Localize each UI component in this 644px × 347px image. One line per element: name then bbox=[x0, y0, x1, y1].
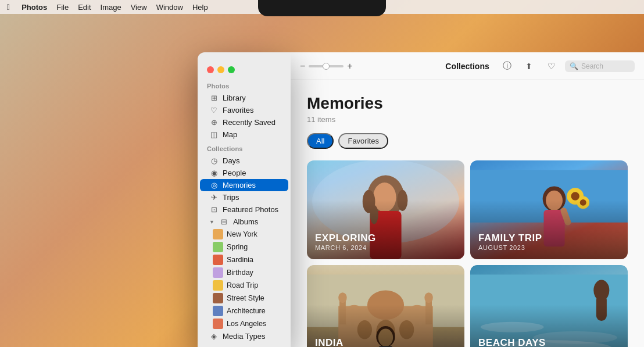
toolbar-title: Collections bbox=[445, 62, 489, 71]
recently-saved-icon: ⊕ bbox=[209, 118, 219, 127]
sidebar-item-album-birthday[interactable]: Birthday bbox=[200, 266, 288, 279]
share-button[interactable]: ⬆ bbox=[521, 58, 537, 74]
card-date-family-trip: August 2023 bbox=[478, 244, 542, 251]
sidebar-item-people[interactable]: ◉ People bbox=[200, 167, 288, 179]
album-label: New York bbox=[227, 230, 257, 238]
window-content: − + Collections ⓘ ⬆ ♡ 🔍 Search Memories bbox=[291, 52, 644, 347]
sidebar-item-map[interactable]: ◫ Map bbox=[200, 128, 288, 141]
favorites-icon: ♡ bbox=[209, 106, 219, 115]
favorites-label: Favorites bbox=[223, 106, 253, 115]
library-label: Library bbox=[223, 94, 246, 102]
days-icon: ◷ bbox=[209, 156, 219, 165]
card-title-india: India bbox=[315, 337, 372, 347]
albums-label: Albums bbox=[233, 217, 258, 226]
album-label: Sardinia bbox=[227, 256, 253, 264]
album-thumb bbox=[213, 242, 223, 252]
sidebar-item-library[interactable]: ⊞ Library bbox=[200, 92, 288, 104]
window-controls bbox=[198, 59, 291, 78]
zoom-slider-thumb bbox=[323, 63, 330, 70]
memory-card-exploring[interactable]: Exploring March 6, 2024 bbox=[307, 160, 464, 259]
sidebar-item-album-spring[interactable]: Spring bbox=[200, 241, 288, 253]
card-title-beach-days: Beach Days bbox=[478, 337, 546, 347]
card-label-family-trip: Family Trip August 2023 bbox=[478, 232, 542, 251]
sidebar-item-trips[interactable]: ✈ Trips bbox=[200, 191, 288, 203]
sidebar-item-album-los-angeles[interactable]: Los Angeles bbox=[200, 317, 288, 330]
album-thumb bbox=[213, 255, 223, 265]
album-thumb bbox=[213, 293, 223, 303]
menu-app-name[interactable]: Photos bbox=[22, 3, 47, 12]
sidebar: Photos ⊞ Library ♡ Favorites ⊕ Recently … bbox=[198, 52, 291, 347]
sidebar-item-album-sardinia[interactable]: Sardinia bbox=[200, 253, 288, 266]
recently-saved-label: Recently Saved bbox=[223, 118, 276, 127]
card-title-family-trip: Family Trip bbox=[478, 232, 542, 244]
menu-file[interactable]: File bbox=[56, 3, 69, 12]
collections-section-label: Collections bbox=[198, 141, 291, 155]
library-icon: ⊞ bbox=[209, 94, 219, 102]
albums-disclosure-icon: ▼ bbox=[209, 219, 214, 225]
card-overlay-beach-days bbox=[470, 265, 628, 347]
photos-section-label: Photos bbox=[198, 78, 291, 92]
card-label-india: India December 2023 bbox=[315, 337, 372, 347]
search-placeholder: Search bbox=[581, 62, 603, 70]
close-button[interactable] bbox=[207, 66, 214, 73]
trips-icon: ✈ bbox=[209, 193, 219, 202]
menu-window[interactable]: Window bbox=[156, 3, 183, 12]
memory-card-family-trip[interactable]: Family Trip August 2023 bbox=[470, 160, 628, 259]
search-box[interactable]: 🔍 Search bbox=[565, 60, 635, 72]
memory-card-india[interactable]: India December 2023 bbox=[307, 265, 464, 347]
info-button[interactable]: ⓘ bbox=[499, 58, 515, 74]
album-label: Spring bbox=[227, 243, 248, 251]
album-thumb bbox=[213, 306, 223, 316]
share-icon: ⬆ bbox=[525, 62, 532, 71]
sidebar-item-memories[interactable]: ◎ Memories bbox=[200, 179, 288, 191]
featured-photos-icon: ⊡ bbox=[209, 205, 219, 214]
album-thumb bbox=[213, 229, 223, 239]
sidebar-item-media-types[interactable]: ◈ Media Types bbox=[200, 330, 288, 342]
filter-all-button[interactable]: All bbox=[307, 133, 334, 149]
album-thumb bbox=[213, 267, 223, 278]
menu-view[interactable]: View bbox=[131, 3, 147, 12]
page-title: Memories bbox=[307, 94, 628, 113]
sidebar-item-album-architecture[interactable]: Architecture bbox=[200, 305, 288, 317]
sidebar-item-album-new-york[interactable]: New York bbox=[200, 228, 288, 241]
sidebar-item-days[interactable]: ◷ Days bbox=[200, 155, 288, 167]
menu-image[interactable]: Image bbox=[101, 3, 121, 12]
minimize-button[interactable] bbox=[217, 66, 224, 73]
memories-label: Memories bbox=[223, 181, 256, 189]
sidebar-item-album-street-style[interactable]: Street Style bbox=[200, 292, 288, 305]
albums-icon: ⊟ bbox=[220, 217, 229, 226]
sidebar-item-album-road-trip[interactable]: Road Trip bbox=[200, 279, 288, 292]
album-label: Street Style bbox=[227, 294, 264, 302]
sidebar-item-recently-saved[interactable]: ⊕ Recently Saved bbox=[200, 116, 288, 128]
zoom-minus-button[interactable]: − bbox=[300, 62, 305, 71]
favorites-button[interactable]: ♡ bbox=[543, 58, 559, 74]
sidebar-item-albums[interactable]: ▼ ⊟ Albums bbox=[200, 216, 288, 228]
media-types-icon: ◈ bbox=[209, 332, 219, 341]
memory-grid: Exploring March 6, 2024 bbox=[307, 160, 628, 347]
card-label-beach-days: Beach Days Over the Years bbox=[478, 337, 546, 347]
album-label: Birthday bbox=[227, 269, 253, 277]
filter-favorites-button[interactable]: Favorites bbox=[338, 133, 388, 149]
album-label: Architecture bbox=[227, 307, 266, 315]
menu-help[interactable]: Help bbox=[192, 3, 208, 12]
maximize-button[interactable] bbox=[228, 66, 235, 73]
items-count: 11 items bbox=[307, 115, 628, 124]
people-label: People bbox=[223, 169, 246, 177]
zoom-controls: − + bbox=[300, 62, 353, 71]
map-icon: ◫ bbox=[209, 130, 219, 139]
memory-card-beach-days[interactable]: Beach Days Over the Years bbox=[470, 265, 628, 347]
heart-icon: ♡ bbox=[548, 61, 555, 71]
media-types-label: Media Types bbox=[223, 332, 265, 341]
zoom-plus-button[interactable]: + bbox=[347, 62, 352, 71]
sidebar-item-featured-photos[interactable]: ⊡ Featured Photos bbox=[200, 203, 288, 216]
sidebar-item-favorites[interactable]: ♡ Favorites bbox=[200, 104, 288, 116]
zoom-slider[interactable] bbox=[309, 65, 344, 67]
people-icon: ◉ bbox=[209, 169, 219, 177]
menu-edit[interactable]: Edit bbox=[78, 3, 91, 12]
card-overlay-india bbox=[307, 265, 464, 347]
albums-list: New YorkSpringSardiniaBirthdayRoad TripS… bbox=[198, 228, 291, 330]
camera-notch bbox=[258, 0, 386, 16]
apple-menu[interactable]:  bbox=[7, 2, 10, 12]
days-label: Days bbox=[223, 156, 240, 165]
toolbar: − + Collections ⓘ ⬆ ♡ 🔍 Search bbox=[291, 52, 644, 80]
